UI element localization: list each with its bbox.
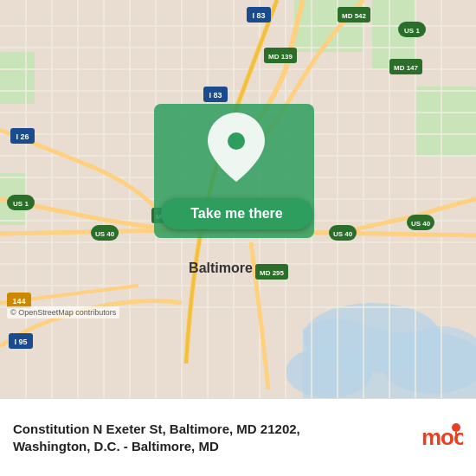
osm-attribution: © OpenStreetMap contributors	[7, 306, 119, 318]
take-me-there-button[interactable]: Take me there	[161, 198, 312, 229]
svg-text:US 1: US 1	[13, 200, 29, 208]
svg-text:144: 144	[12, 297, 25, 306]
info-text: Constitution N Exeter St, Baltimore, MD …	[13, 421, 411, 454]
moovit-logo: moovit	[420, 421, 463, 455]
address-line2: Washington, D.C. - Baltimore, MD	[13, 439, 219, 453]
svg-text:Baltimore: Baltimore	[189, 261, 253, 275]
svg-text:MD 295: MD 295	[260, 269, 285, 277]
svg-text:I 83: I 83	[209, 91, 222, 100]
svg-text:I 26: I 26	[16, 132, 29, 141]
svg-text:I 83: I 83	[252, 11, 265, 20]
svg-point-74	[452, 423, 460, 432]
svg-text:I 95: I 95	[14, 338, 27, 346]
svg-text:MD 147: MD 147	[394, 64, 419, 72]
svg-text:US 40: US 40	[411, 220, 431, 228]
svg-point-72	[228, 132, 245, 150]
map-container: I 83 I 83 I 26 MD 542 MD 139 MD 147 US 1…	[0, 0, 476, 398]
svg-rect-3	[0, 52, 35, 104]
svg-text:US 1: US 1	[404, 27, 420, 35]
info-bar: Constitution N Exeter St, Baltimore, MD …	[0, 398, 476, 476]
svg-rect-4	[415, 87, 476, 156]
address-line1: Constitution N Exeter St, Baltimore, MD …	[13, 421, 300, 436]
svg-text:US 40: US 40	[95, 230, 115, 238]
info-address: Constitution N Exeter St, Baltimore, MD …	[13, 421, 411, 454]
svg-text:US 40: US 40	[333, 230, 353, 238]
svg-text:MD 542: MD 542	[342, 12, 367, 20]
moovit-logo-icon: moovit	[420, 421, 463, 455]
svg-text:MD 139: MD 139	[268, 53, 293, 61]
